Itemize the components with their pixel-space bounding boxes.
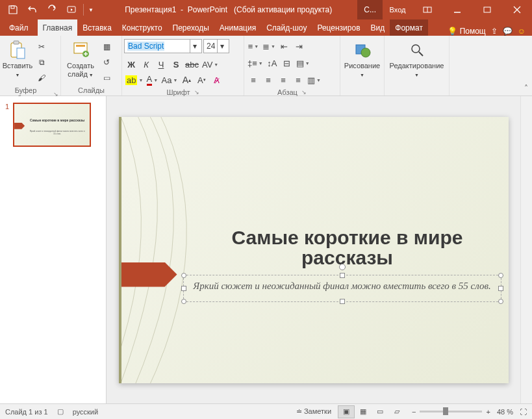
justify-button[interactable]: ≡ — [291, 73, 305, 87]
slide-sorter-button[interactable]: ▦ — [355, 405, 372, 418]
rotate-handle[interactable] — [339, 264, 346, 270]
account-area[interactable]: С... — [357, 0, 383, 19]
svg-point-12 — [361, 48, 370, 57]
highlight-button[interactable]: ab▼ — [124, 73, 144, 87]
resize-handle-w[interactable] — [181, 286, 186, 291]
customize-qat-button[interactable]: ▼ — [86, 1, 95, 19]
strikethrough-button[interactable]: abc — [184, 57, 200, 71]
underline-button[interactable]: Ч — [154, 57, 168, 71]
redo-button[interactable] — [43, 1, 61, 19]
tab-view[interactable]: Вид — [366, 19, 390, 36]
zoom-thumb[interactable] — [443, 407, 448, 415]
grow-font-button[interactable]: A▴ — [179, 73, 194, 87]
columns-button[interactable]: ▥▼ — [306, 73, 322, 87]
sign-in-button[interactable]: Вход — [383, 0, 412, 19]
start-from-beginning-button[interactable] — [62, 1, 81, 19]
save-button[interactable] — [4, 1, 22, 19]
smiley-icon[interactable]: ☺ — [518, 27, 526, 36]
vertical-scrollbar[interactable] — [520, 96, 532, 403]
section-button[interactable]: ▭ — [99, 71, 114, 85]
tab-format[interactable]: Формат — [390, 19, 428, 36]
copy-button[interactable]: ⧉ — [34, 55, 49, 70]
font-size-combo[interactable]: 24▾ — [203, 39, 229, 53]
tab-slideshow[interactable]: Слайд-шоу — [261, 19, 312, 36]
cut-button[interactable]: ✂ — [34, 40, 49, 54]
workspace: 1 Самые короткие в мире рассказы Яркий с… — [0, 96, 532, 403]
share-icon[interactable]: ⇪ — [491, 27, 498, 36]
minimize-button[interactable] — [442, 0, 472, 19]
change-case-button[interactable]: Аа▼ — [160, 73, 179, 87]
subtitle-text[interactable]: Яркий сюжет и неожиданный финал можно вм… — [190, 281, 494, 292]
normal-view-button[interactable]: ▣ — [338, 405, 355, 418]
increase-indent-button[interactable]: ⇥ — [292, 39, 307, 53]
spell-check-icon[interactable]: ▢ — [57, 407, 64, 416]
shrink-font-button[interactable]: A▾ — [194, 73, 209, 87]
resize-handle-n[interactable] — [340, 273, 345, 278]
undo-button[interactable] — [23, 1, 42, 19]
slideshow-view-button[interactable]: ▱ — [388, 405, 405, 418]
maximize-button[interactable] — [472, 0, 502, 19]
ribbon-display-button[interactable] — [412, 0, 442, 19]
tab-design[interactable]: Конструкто — [117, 19, 168, 36]
numbering-button[interactable]: ≣▼ — [261, 39, 277, 53]
zoom-in-button[interactable]: + — [486, 408, 490, 416]
zoom-out-button[interactable]: − — [412, 408, 416, 416]
reset-button[interactable]: ↺ — [99, 55, 114, 70]
tab-animations[interactable]: Анимация — [214, 19, 261, 36]
tab-file[interactable]: Файл — [0, 19, 38, 36]
resize-handle-ne[interactable] — [498, 273, 503, 278]
font-color-button[interactable]: А▼ — [145, 73, 159, 87]
slide-canvas[interactable]: Самые короткие в мире рассказы Яркий сюж… — [119, 117, 509, 383]
tab-home[interactable]: Главная — [38, 19, 78, 36]
svg-rect-9 — [76, 45, 85, 47]
resize-handle-e[interactable] — [498, 286, 503, 291]
notes-button[interactable]: ≐ Заметки — [296, 407, 331, 416]
zoom-percent[interactable]: 48 % — [497, 408, 513, 416]
layout-button[interactable]: ▦ — [99, 40, 114, 54]
fit-to-window-button[interactable]: ⛶ — [520, 408, 527, 416]
tab-transitions[interactable]: Переходы — [168, 19, 214, 36]
tell-me-search[interactable]: 💡 Помощ — [448, 27, 486, 36]
decrease-indent-button[interactable]: ⇤ — [277, 39, 292, 53]
character-spacing-button[interactable]: AV▼ — [201, 57, 220, 71]
language-indicator[interactable]: русский — [73, 408, 98, 416]
align-right-button[interactable]: ≡ — [276, 73, 290, 87]
font-label: Шрифт — [166, 88, 190, 96]
clear-formatting-button[interactable]: A̷ — [209, 73, 223, 87]
line-spacing-button[interactable]: ‡≡▼ — [246, 56, 264, 70]
zoom-slider[interactable] — [420, 411, 482, 413]
tab-insert[interactable]: Вставка — [77, 19, 117, 36]
slide-counter[interactable]: Слайд 1 из 1 — [5, 408, 48, 416]
tab-review[interactable]: Рецензиров — [312, 19, 365, 36]
new-slide-button[interactable]: Создать слайд ▼ — [63, 37, 98, 80]
paste-button[interactable]: Вставить▼ — [2, 37, 33, 80]
paste-label: Вставить — [3, 62, 33, 70]
resize-handle-s[interactable] — [340, 299, 345, 304]
resize-handle-sw[interactable] — [181, 299, 186, 304]
slide-title[interactable]: Самые короткие в мире рассказы — [212, 227, 483, 268]
close-button[interactable] — [502, 0, 532, 19]
resize-handle-se[interactable] — [498, 299, 503, 304]
align-left-button[interactable]: ≡ — [246, 73, 260, 87]
thumbnail-item[interactable]: 1 Самые короткие в мире рассказы Яркий с… — [5, 103, 101, 147]
drawing-button[interactable]: Рисование▼ — [342, 37, 382, 80]
collapse-ribbon-button[interactable]: ˄ — [524, 84, 528, 93]
comments-icon[interactable]: 💬 — [503, 27, 513, 36]
bullets-button[interactable]: ≡▼ — [246, 39, 260, 53]
shadow-button[interactable]: S — [169, 57, 183, 71]
italic-button[interactable]: К — [139, 57, 153, 71]
paragraph-launcher[interactable]: ↘ — [301, 89, 307, 95]
align-center-button[interactable]: ≡ — [261, 73, 275, 87]
format-painter-button[interactable]: 🖌 — [34, 71, 49, 85]
subtitle-textbox[interactable]: Яркий сюжет и неожиданный финал можно вм… — [183, 275, 501, 302]
resize-handle-nw[interactable] — [181, 273, 186, 278]
bold-button[interactable]: Ж — [124, 57, 138, 71]
editing-button[interactable]: Редактирование▼ — [386, 37, 447, 80]
align-text-button[interactable]: ⊟ — [280, 56, 294, 70]
text-direction-button[interactable]: ↕A — [265, 56, 279, 70]
drawing-label: Рисование — [344, 62, 380, 70]
convert-smartart-button[interactable]: ▤▼ — [295, 56, 311, 70]
reading-view-button[interactable]: ▭ — [372, 405, 388, 418]
font-name-combo[interactable]: Bad Script▾ — [124, 39, 202, 53]
font-launcher[interactable]: ↘ — [194, 89, 199, 95]
